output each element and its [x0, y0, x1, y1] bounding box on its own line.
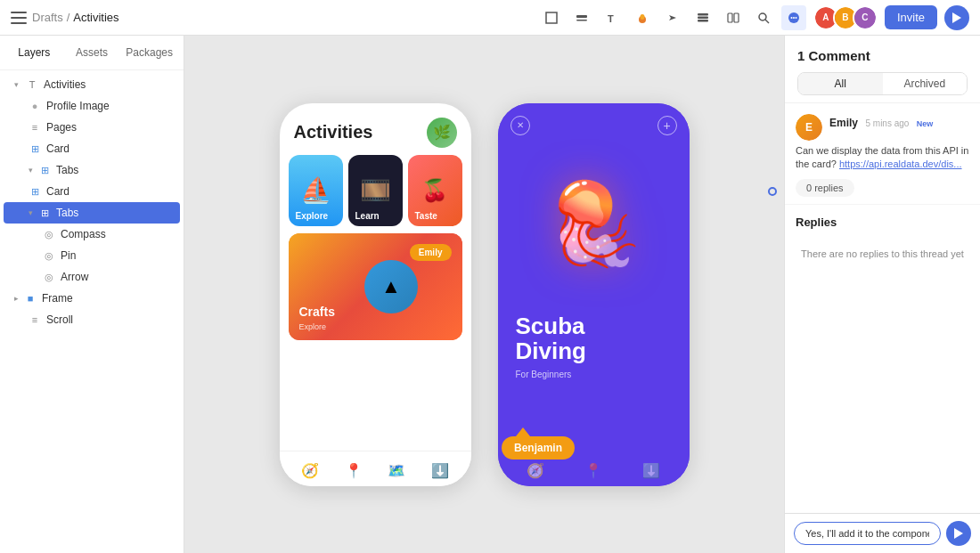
layer-card-1[interactable]: ⊞ Card — [4, 138, 180, 159]
svg-rect-11 — [734, 13, 739, 22]
invite-button[interactable]: Invite — [885, 5, 937, 29]
comments-title: 1 Comment — [797, 48, 968, 63]
play-button[interactable] — [944, 5, 969, 30]
phone-avatar: 🌿 — [427, 118, 457, 148]
comment-meta: E Emily 5 mins ago New — [796, 114, 969, 141]
card-grid: ⛵ Explore 🎞️ Learn 🍒 Taste — [280, 155, 471, 226]
send-icon — [954, 528, 963, 539]
user-avatars: A B C — [813, 5, 878, 30]
topbar-right: A B C Invite — [813, 5, 969, 30]
sidebar: Layers Assets Packages ▾ T Activities ● … — [0, 36, 184, 553]
svg-point-5 — [640, 14, 644, 20]
comments-filter: All Archived — [797, 72, 968, 95]
layer-tabs-2[interactable]: ▾ ⊞ Tabs — [4, 202, 180, 224]
svg-point-15 — [790, 17, 792, 19]
svg-point-12 — [759, 13, 766, 20]
replies-label: Replies — [796, 216, 969, 229]
send-button[interactable] — [946, 521, 971, 546]
layer-tabs-1[interactable]: ▾ ⊞ Tabs — [4, 159, 180, 181]
svg-rect-2 — [576, 20, 587, 21]
tab-layers[interactable]: Layers — [7, 43, 61, 62]
chevron-right-icon: ▸ — [14, 294, 19, 303]
comment-input-area — [785, 513, 980, 553]
replies-section: Replies There are no replies to this thr… — [785, 205, 980, 513]
svg-marker-6 — [669, 15, 676, 20]
phone-white: Activities 🌿 ⛵ Explore 🎞️ Learn — [280, 103, 471, 486]
svg-point-20 — [769, 188, 776, 195]
layer-scroll[interactable]: ≡ Scroll — [4, 309, 180, 330]
comments-panel: 1 Comment All Archived E Emily 5 mins ag… — [784, 36, 980, 553]
nav-pin-icon: 📍 — [345, 462, 363, 479]
phone-title: Activities — [294, 122, 373, 142]
grid-icon-4: ⊞ — [38, 207, 51, 219]
comment-input[interactable] — [794, 522, 941, 545]
phone-white-content: Activities 🌿 ⛵ Explore 🎞️ Learn — [280, 103, 471, 486]
crafts-label: Crafts — [299, 305, 335, 319]
plus-button[interactable]: + — [657, 116, 677, 135]
canvas: Activities 🌿 ⛵ Explore 🎞️ Learn — [184, 36, 784, 553]
nav-down-2-icon: ⬇️ — [642, 462, 660, 479]
filter-archived-button[interactable]: Archived — [883, 73, 968, 94]
card-learn-label: Learn — [355, 211, 380, 221]
toolbar-icons: T — [539, 5, 806, 30]
comments-header: 1 Comment All Archived — [785, 36, 980, 103]
phone-white-header: Activities 🌿 — [280, 103, 471, 155]
scuba-title: ScubaDiving — [516, 313, 672, 364]
hamburger-icon[interactable] — [11, 12, 27, 24]
svg-point-16 — [793, 17, 795, 19]
purple-top-bar: ✕ + — [498, 103, 690, 135]
layer-frame[interactable]: ▸ ■ Frame — [4, 288, 180, 309]
svg-rect-0 — [546, 12, 557, 23]
no-replies-text: There are no replies to this thread yet — [796, 247, 969, 262]
benjamin-arrow-icon — [516, 427, 530, 436]
layer-activities[interactable]: ▾ T Activities — [4, 74, 180, 95]
comment-new-badge: New — [917, 119, 934, 128]
tab-assets[interactable]: Assets — [65, 43, 119, 62]
layer-profile-image[interactable]: ● Profile Image — [4, 95, 180, 117]
nav-compass-icon: 🧭 — [301, 462, 319, 479]
breadcrumb: Drafts / Activities — [32, 11, 119, 24]
tool-search[interactable] — [751, 5, 776, 30]
breadcrumb-activities[interactable]: Activities — [73, 11, 118, 24]
jellyfish-area: 🪼 — [498, 135, 690, 313]
tool-columns[interactable] — [721, 5, 746, 30]
svg-marker-18 — [952, 12, 961, 23]
tool-arrow[interactable] — [660, 5, 685, 30]
avatar-3: C — [853, 5, 878, 30]
scuba-subtitle: For Beginners — [516, 370, 672, 379]
scuba-text: ScubaDiving For Beginners — [498, 313, 690, 379]
tab-packages[interactable]: Packages — [122, 43, 176, 62]
chevron-down-icon-2: ▾ — [29, 166, 33, 175]
nav-map-icon: 🗺️ — [388, 462, 405, 479]
svg-line-13 — [765, 20, 769, 23]
phones-container: Activities 🌿 ⛵ Explore 🎞️ Learn — [280, 103, 690, 486]
tool-rect[interactable] — [539, 5, 564, 30]
tool-minus[interactable] — [569, 5, 594, 30]
close-button[interactable]: ✕ — [510, 116, 530, 135]
svg-rect-9 — [698, 20, 708, 22]
tool-flame[interactable] — [630, 5, 655, 30]
filter-all-button[interactable]: All — [798, 73, 883, 94]
tool-text[interactable]: T — [600, 5, 625, 30]
chevron-down-icon: ▾ — [14, 80, 19, 89]
layer-pages[interactable]: ≡ Pages — [4, 117, 180, 138]
pin-icon: ◎ — [43, 250, 55, 262]
svg-rect-7 — [698, 13, 708, 16]
layer-arrow[interactable]: ◎ Arrow — [4, 266, 180, 288]
comment-link[interactable]: https://api.realdata.dev/dis... — [839, 159, 962, 169]
breadcrumb-drafts[interactable]: Drafts — [32, 11, 63, 24]
phone-bottom-nav: 🧭 📍 🗺️ ⬇️ — [280, 451, 471, 486]
jellyfish-illustration: 🪼 — [543, 177, 643, 271]
component-icon: ● — [29, 101, 41, 111]
layer-card-2[interactable]: ⊞ Card — [4, 181, 180, 202]
layer-compass[interactable]: ◎ Compass — [4, 224, 180, 245]
comment-info: Emily 5 mins ago New — [829, 114, 969, 130]
comment-time: 5 mins ago — [865, 118, 909, 128]
tool-rows[interactable] — [690, 5, 715, 30]
svg-rect-8 — [698, 16, 708, 19]
replies-button[interactable]: 0 replies — [796, 179, 854, 197]
compass-icon: ◎ — [43, 229, 55, 240]
emily-badge: Emily — [410, 244, 452, 261]
tool-comment[interactable] — [781, 5, 806, 30]
layer-pin[interactable]: ◎ Pin — [4, 245, 180, 266]
